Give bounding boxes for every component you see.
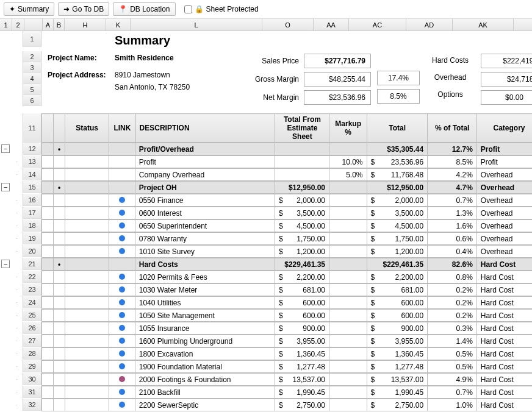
row-hdr-12[interactable]: 12 [23,143,41,155]
cell-link[interactable] [109,220,135,232]
row-hdr-19[interactable]: 19 [23,232,41,244]
outline-collapse[interactable]: − [1,144,10,153]
cell-cat[interactable]: Hard Cost [476,271,532,283]
cell-pct[interactable]: 4.2% [428,169,477,181]
cell-total[interactable]: $2,000.00 [367,194,428,207]
table-row[interactable]: 0550 Finance $2,000.00 $2,000.00 0.7% Ov… [42,194,533,207]
cell-cat[interactable]: Overhead [476,194,532,207]
cell-cat[interactable]: Overhead [476,233,532,245]
link-dot-icon[interactable] [119,389,125,395]
cell-link[interactable] [109,182,135,194]
cell-total[interactable]: $3,955.00 [367,335,428,347]
cell-desc[interactable]: 2000 Footings & Foundation [135,374,275,386]
cell-tfe[interactable]: $4,500.00 [275,220,329,232]
cell-pct[interactable]: 0.5% [428,348,477,360]
cell-mk[interactable] [329,348,367,360]
cell-cat[interactable]: Hard Cost [476,386,532,399]
cell-tfe[interactable]: $2,750.00 [275,399,329,411]
cell-desc[interactable]: 2100 Backfill [135,386,275,399]
cell-desc[interactable]: 0550 Finance [135,194,275,207]
link-dot-icon[interactable] [119,376,125,382]
cell-status[interactable] [65,386,109,399]
table-row[interactable]: 1030 Water Meter $681.00 $681.00 0.2% Ha… [42,284,533,296]
cell-status[interactable] [65,233,109,245]
row-hdr-3[interactable]: 3 [23,62,41,73]
cell-tfe[interactable] [275,143,329,155]
cell-desc[interactable]: 1600 Plumbing Underground [135,335,275,347]
cell-link[interactable] [109,374,135,386]
cell-cat[interactable]: Hard Cost [476,284,532,296]
th-desc[interactable]: DESCRIPTION [135,114,275,143]
cell-desc[interactable]: Project OH [135,182,275,194]
cell-mk[interactable] [329,361,367,373]
th-tfe[interactable]: Total From Estimate Sheet [275,114,329,143]
cell-pct[interactable]: 1.6% [428,220,477,232]
cell-total[interactable]: $3,500.00 [367,207,428,219]
cell-desc[interactable]: 2200 SewerSeptic [135,399,275,411]
cell-total[interactable]: $1,277.48 [367,361,428,373]
cell-status[interactable] [65,143,109,155]
cell-cat[interactable]: Overhead [476,207,532,219]
cell-desc[interactable]: 0600 Interest [135,207,275,219]
row-hdr-2[interactable]: 2 [23,51,41,62]
cell-total[interactable]: $2,750.00 [367,399,428,411]
row-hdr-14[interactable]: 14 [23,168,41,180]
cell-pct[interactable]: 0.2% [428,284,477,296]
cell-status[interactable] [65,361,109,373]
link-dot-icon[interactable] [119,248,125,254]
colhdr-A[interactable]: A [43,19,54,30]
table-row[interactable]: 0650 Superintendent $4,500.00 $4,500.00 … [42,220,533,232]
table-row[interactable]: 2100 Backfill $1,990.45 $1,990.45 0.7% H… [42,386,533,399]
cell-pct[interactable]: 0.2% [428,310,477,322]
colhdr-B[interactable]: B [54,19,65,30]
cell-status[interactable] [65,207,109,219]
table-row[interactable]: 1600 Plumbing Underground $3,955.00 $3,9… [42,335,533,347]
th-status[interactable]: Status [65,114,109,143]
row-hdr-11[interactable]: 11 [23,113,41,143]
cell-mk[interactable] [329,233,367,245]
cell-tfe[interactable]: $3,955.00 [275,335,329,347]
cell-desc[interactable]: 1055 Insurance [135,322,275,335]
th-total[interactable]: Total [367,114,428,143]
cell-mk[interactable] [329,258,367,271]
row-hdr-29[interactable]: 29 [23,360,41,372]
row-hdr-30[interactable]: 30 [23,373,41,385]
link-dot-icon[interactable] [119,350,125,357]
cell-tfe[interactable] [275,156,329,168]
cell-cat[interactable]: Profit [476,143,532,155]
cell-status[interactable] [65,335,109,347]
cell-link[interactable] [109,143,135,155]
cell-mk[interactable] [329,374,367,386]
cell-mk[interactable] [329,297,367,309]
table-row[interactable]: • Hard Costs $229,461.35 $229,461.35 82.… [42,258,533,271]
table-row[interactable]: 0780 Warranty $1,750.00 $1,750.00 0.6% O… [42,233,533,245]
cell-link[interactable] [109,258,135,271]
row-hdr-18[interactable]: 18 [23,219,41,232]
cell-tfe[interactable]: $3,500.00 [275,207,329,219]
cell-tfe[interactable]: $600.00 [275,297,329,309]
link-dot-icon[interactable] [119,197,125,203]
cell-tfe[interactable]: $900.00 [275,322,329,335]
cell-link[interactable] [109,310,135,322]
table-row[interactable]: 2000 Footings & Foundation $13,537.00 $1… [42,374,533,386]
cell-link[interactable] [109,399,135,411]
cell-status[interactable] [65,399,109,411]
cell-cat[interactable]: Overhead [476,220,532,232]
cell-cat[interactable]: Hard Cost [476,322,532,335]
cell-total[interactable]: $1,750.00 [367,233,428,245]
row-hdr-13[interactable]: 13 [23,155,41,168]
cell-status[interactable] [65,374,109,386]
cell-cat[interactable]: Hard Cost [476,361,532,373]
cell-mk[interactable] [329,207,367,219]
th-mk[interactable]: Markup % [329,114,367,143]
row-hdr-28[interactable]: 28 [23,347,41,360]
cell-desc[interactable]: 0780 Warranty [135,233,275,245]
th-link[interactable]: LINK [109,114,135,143]
link-dot-icon[interactable] [119,235,125,241]
cell-pct[interactable]: 8.5% [428,156,477,168]
cell-pct[interactable]: 82.6% [428,258,477,271]
cell-mk[interactable] [329,271,367,283]
outline-collapse[interactable]: − [1,183,10,191]
cell-pct[interactable]: 4.7% [428,182,477,194]
cell-desc[interactable]: 1010 Site Survey [135,246,275,258]
